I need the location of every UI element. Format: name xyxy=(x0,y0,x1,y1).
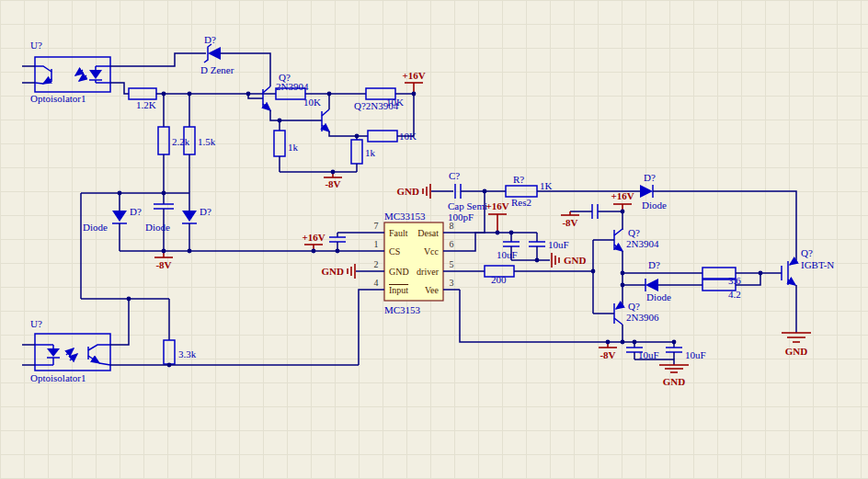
n8v-label: -8V xyxy=(155,259,171,270)
cblank-value: 100pF xyxy=(448,211,474,222)
optoisolator-top[interactable]: U? Optoisolator1 xyxy=(22,40,110,104)
pin-number: 5 xyxy=(450,259,454,269)
ddesat-value: Diode xyxy=(642,200,667,211)
gnd-port-vcc[interactable]: GND xyxy=(552,253,587,268)
cvee1-value: 10uF xyxy=(638,349,659,360)
wire[interactable] xyxy=(110,53,206,66)
opto2-designator: U? xyxy=(30,318,42,329)
r-in-value: 1.2K xyxy=(136,99,156,110)
wire[interactable] xyxy=(653,191,796,260)
resistor-200[interactable]: 200 xyxy=(460,266,514,285)
npn-transistor-q1[interactable]: Q? 2N3904 xyxy=(248,72,309,110)
pin-name: Vee xyxy=(425,285,440,295)
gnd-label: GND xyxy=(322,266,345,277)
ic-designator: MC33153 xyxy=(384,211,426,222)
q2-designator: Q?2N3904 xyxy=(354,100,399,111)
cblank-lib: Cap Semi xyxy=(448,200,487,211)
wire[interactable] xyxy=(110,299,129,345)
resistor-1k-1[interactable]: 1k xyxy=(274,120,299,172)
cmid-value: Diode xyxy=(145,222,170,233)
ic-part: MC3153 xyxy=(384,304,421,315)
gnd-port-pin2[interactable]: GND xyxy=(322,264,368,279)
ddesat-designator: D? xyxy=(644,172,656,183)
gnd-earth-igbt[interactable]: GND xyxy=(782,333,811,357)
capacitor-vcc1[interactable]: 10uF xyxy=(497,233,520,260)
gnd-label: GND xyxy=(564,255,587,266)
p16v-label: +16V xyxy=(402,70,425,81)
gnd-label: GND xyxy=(785,346,808,357)
n8v-label: -8V xyxy=(325,178,340,189)
wire[interactable] xyxy=(329,131,368,136)
rres2-designator: R? xyxy=(513,174,524,185)
resistor-gate-off[interactable]: 4.2 xyxy=(702,279,741,300)
pin-number: 4 xyxy=(374,278,379,288)
q4-value: 2N3906 xyxy=(626,312,659,323)
resistor-1.2k[interactable]: 1.2K xyxy=(129,88,156,110)
power-port-16v-pushpull[interactable]: +16V xyxy=(611,190,634,211)
led-icon xyxy=(35,345,77,365)
npn-transistor-q2[interactable]: Q?2N3904 xyxy=(322,100,399,131)
pin-number: 7 xyxy=(374,221,379,231)
optoisolator-bottom[interactable]: U? Optoisolator1 xyxy=(22,318,110,383)
rgate1-value: 3.6 xyxy=(728,275,741,286)
capacitor-blanking[interactable]: C? Cap Semi 100pF xyxy=(448,170,487,222)
d2-designator: D? xyxy=(200,206,211,217)
zener-diode[interactable]: D? D Zener xyxy=(200,34,234,75)
gnd-port-desat[interactable]: GND xyxy=(397,184,453,199)
r1k2-value: 1k xyxy=(365,147,376,158)
led-icon xyxy=(75,66,110,83)
gnd-earth-vee[interactable]: GND xyxy=(659,365,689,387)
capacitor-vee2[interactable]: 10uF xyxy=(666,342,706,360)
power-port-16v-top[interactable]: +16V xyxy=(402,70,425,94)
r1k1-value: 1k xyxy=(288,142,299,153)
diode-gate[interactable]: D? Diode xyxy=(645,259,671,302)
d1-value: Diode xyxy=(83,222,108,233)
wire[interactable] xyxy=(359,290,368,365)
diode-d1[interactable]: D? Diode xyxy=(83,193,142,251)
npn-transistor-q3[interactable]: Q? 2N3904 xyxy=(593,227,659,251)
diode-d2[interactable]: D? xyxy=(182,193,211,251)
opto2-value: Optoisolator1 xyxy=(30,372,86,383)
resistor-3.3k[interactable]: 3.3k xyxy=(164,299,197,365)
cblank-designator: C? xyxy=(449,170,460,181)
ic-mc33153[interactable]: MC33153 MC3153 7 1 2 4 8 6 5 3 Fault CS … xyxy=(368,211,460,315)
capacitor-cs[interactable] xyxy=(329,233,346,251)
pnp-transistor-q4[interactable]: Q? 2N3906 xyxy=(593,301,659,325)
power-port-neg8v-3[interactable]: -8V xyxy=(561,211,579,228)
n8v-label: -8V xyxy=(562,217,577,228)
cvee2-value: 10uF xyxy=(685,349,706,360)
power-port-neg8v-2[interactable]: -8V xyxy=(154,251,173,270)
igbt-transistor[interactable]: Q? IGBT-N xyxy=(782,247,834,285)
gnd-label: GND xyxy=(663,376,686,387)
pin-name: GND xyxy=(389,267,409,277)
pin-number: 3 xyxy=(450,278,454,288)
power-port-16v-cs[interactable]: +16V xyxy=(302,232,325,251)
resistor-2.2k[interactable]: 2.2k xyxy=(158,94,190,193)
gnd-label: GND xyxy=(397,186,420,197)
dz-designator: D? xyxy=(204,34,216,45)
pin-name: CS xyxy=(389,246,400,257)
wire[interactable] xyxy=(460,233,537,251)
p16v-label: +16V xyxy=(611,190,634,201)
wire[interactable] xyxy=(110,83,129,94)
n8v-label: -8V xyxy=(600,349,615,360)
q1-value: 2N3904 xyxy=(276,81,309,92)
r10k1-value: 10K xyxy=(303,97,321,108)
schematic-canvas: U? Optoisolator1 D? D Zener 1.2K 10K 10K… xyxy=(0,0,868,479)
pin-number: 6 xyxy=(450,239,454,249)
rgate2-value: 4.2 xyxy=(728,289,741,300)
pin-number: 1 xyxy=(374,239,379,249)
pin-name: Desat xyxy=(417,228,439,238)
dgate-designator: D? xyxy=(648,259,660,270)
pin-number: 2 xyxy=(374,259,379,269)
q4-designator: Q? xyxy=(628,301,640,312)
p16v-label: +16V xyxy=(485,200,508,211)
power-port-neg8v-1[interactable]: -8V xyxy=(324,172,342,189)
power-port-neg8v-4[interactable]: -8V xyxy=(599,342,617,360)
capacitor-mid[interactable]: Diode xyxy=(145,193,174,251)
capacitor-vee1[interactable]: 10uF xyxy=(626,342,659,360)
power-port-16v-vcc[interactable]: +16V xyxy=(485,200,508,233)
r15-value: 1.5k xyxy=(198,136,216,147)
rres2-value: 1K xyxy=(540,180,553,191)
pin-name: driver xyxy=(417,267,440,277)
